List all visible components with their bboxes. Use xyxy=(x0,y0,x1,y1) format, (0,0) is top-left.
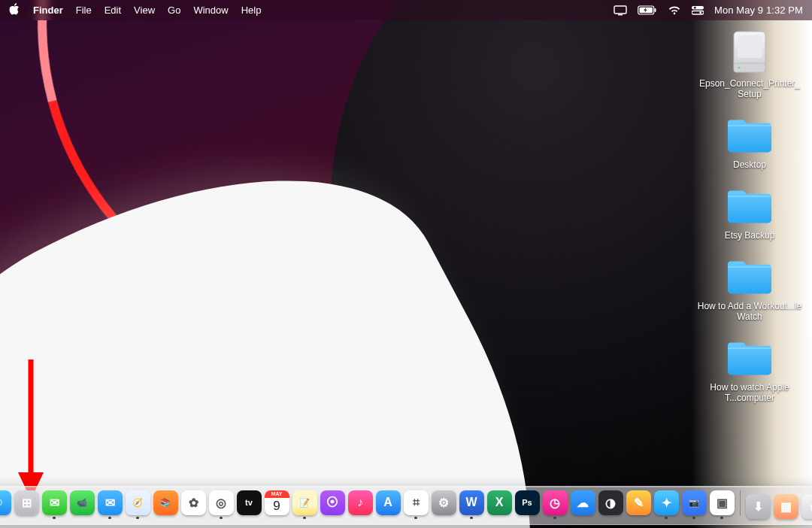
desktop-item-2[interactable]: Etsy Backup xyxy=(693,184,806,241)
menubar-item-edit[interactable]: Edit xyxy=(105,5,121,16)
dock-app-calendar[interactable]: MAY 9 xyxy=(265,490,289,520)
excel-icon: X xyxy=(495,496,504,509)
trash-icon: 🗑 xyxy=(810,502,813,511)
dock-app-mail[interactable]: ✉ xyxy=(98,490,123,520)
dock-app-notes[interactable]: 📝 xyxy=(292,490,317,520)
battery-icon[interactable] xyxy=(638,5,657,15)
dock-app-photoshop[interactable]: Ps xyxy=(515,490,540,520)
dock-app-music[interactable]: ♪ xyxy=(348,490,373,520)
desktop-item-1[interactable]: Desktop xyxy=(693,113,806,170)
svg-rect-0 xyxy=(614,6,626,14)
folder-icon xyxy=(723,335,776,379)
chrome-icon: ◎ xyxy=(216,496,226,510)
dock-app-onedrive[interactable]: ☁ xyxy=(571,490,595,520)
dock-app-appstore[interactable]: A xyxy=(376,490,401,520)
dock-app-downloads[interactable]: ⬇ xyxy=(746,494,771,519)
menubar-item-file[interactable]: File xyxy=(76,5,92,16)
dock-app-photos[interactable]: ✿ xyxy=(181,490,206,520)
dock-app-safari[interactable]: 🧭 xyxy=(126,490,150,520)
dock-app-launchpad[interactable]: ⊞ xyxy=(14,490,39,520)
dock-app-finder-window[interactable]: ▣ xyxy=(710,490,735,520)
svg-rect-3 xyxy=(654,8,656,12)
desktop-stack-icon: ▦ xyxy=(780,499,792,514)
running-indicator xyxy=(692,517,695,520)
dock-app-timeular[interactable]: ◷ xyxy=(543,490,568,520)
messages-icon: ✉ xyxy=(50,496,59,510)
control-center-icon[interactable] xyxy=(692,5,704,15)
desktop-item-label: Desktop xyxy=(733,159,766,170)
menubar-clock[interactable]: Mon May 9 1:32 PM xyxy=(714,5,803,16)
dock-app-messages[interactable]: ✉ xyxy=(42,490,67,520)
dock-app-word[interactable]: W xyxy=(459,490,484,520)
downloads-icon: ⬇ xyxy=(753,499,763,514)
running-indicator xyxy=(414,517,417,520)
svg-rect-6 xyxy=(692,11,704,15)
svg-point-7 xyxy=(694,7,696,9)
photoshop-icon: Ps xyxy=(522,498,532,507)
running-indicator xyxy=(665,517,668,520)
pixelmator-icon: ✎ xyxy=(634,496,644,510)
menubar-item-view[interactable]: View xyxy=(134,5,155,16)
annotation-arrow xyxy=(14,360,48,499)
apple-logo-icon xyxy=(9,3,20,15)
dock-app-safari-tp[interactable]: ✦ xyxy=(654,490,679,520)
dock-app-trash[interactable]: 🗑 xyxy=(801,494,813,519)
running-indicator xyxy=(108,517,111,520)
wallpaper xyxy=(0,0,812,528)
apple-menu[interactable] xyxy=(9,3,20,17)
dock-app-pixelmator[interactable]: ✎ xyxy=(626,490,651,520)
running-indicator xyxy=(470,517,473,520)
books-icon: 📚 xyxy=(160,498,171,508)
desktop-item-0[interactable]: Epson_Connect_Printer_Setup xyxy=(693,32,806,99)
dock-app-podcasts[interactable]: ⦿ xyxy=(320,490,345,520)
dock-app-finder[interactable]: ☺ xyxy=(0,490,11,520)
dock-app-sysprefs[interactable]: ⚙ xyxy=(432,490,456,520)
desktop-item-label: Epson_Connect_Printer_Setup xyxy=(697,78,802,99)
dock: ☺ ⊞ ✉ 📹 ✉ 🧭 📚 ✿ ◎ tv MAY 9 📝 ⦿ ♪ A ⌗ ⚙ W… xyxy=(0,486,812,526)
wifi-icon[interactable] xyxy=(668,5,681,15)
menu-bar: Finder File Edit View Go Window Help Mon… xyxy=(0,0,812,20)
desktop-item-label: How to watch Apple T...computer xyxy=(697,382,802,403)
desktop-item-label: Etsy Backup xyxy=(725,230,775,241)
dock-separator xyxy=(740,490,741,516)
desktop-item-4[interactable]: How to watch Apple T...computer xyxy=(693,335,806,403)
dock-app-appletv[interactable]: tv xyxy=(237,490,262,520)
finder-icon: ☺ xyxy=(0,496,5,509)
facetime-icon: 📹 xyxy=(77,498,87,508)
dock-app-excel[interactable]: X xyxy=(487,490,512,520)
appstore-icon: A xyxy=(383,496,392,509)
desktop-icons-area: Epson_Connect_Printer_Setup Desktop Etsy… xyxy=(693,32,806,403)
mail-icon: ✉ xyxy=(105,496,115,510)
macos-desktop: Finder File Edit View Go Window Help Mon… xyxy=(0,0,812,528)
finder-window-icon: ▣ xyxy=(717,496,728,510)
dock-app-books[interactable]: 📚 xyxy=(153,490,178,520)
menubar-app-name[interactable]: Finder xyxy=(33,5,63,16)
running-indicator xyxy=(53,517,56,520)
music-icon: ♪ xyxy=(357,496,363,509)
notes-icon: 📝 xyxy=(299,498,310,508)
running-indicator xyxy=(553,517,556,520)
launchpad-icon: ⊞ xyxy=(22,496,32,510)
menubar-item-go[interactable]: Go xyxy=(168,5,180,16)
display-mirror-icon[interactable] xyxy=(614,5,627,16)
desktop-item-label: How to Add a Workout...le Watch xyxy=(697,301,802,322)
folder-icon xyxy=(723,113,776,156)
running-indicator xyxy=(136,517,139,520)
zoom-icon: 📷 xyxy=(689,498,699,508)
dock-app-slack[interactable]: ⌗ xyxy=(404,490,429,520)
menubar-item-help[interactable]: Help xyxy=(241,5,262,16)
dock-app-facetime[interactable]: 📹 xyxy=(70,490,95,520)
dock-app-davinci[interactable]: ◑ xyxy=(598,490,623,520)
svg-rect-1 xyxy=(618,14,623,15)
dock-app-chrome[interactable]: ◎ xyxy=(209,490,234,520)
svg-rect-5 xyxy=(692,6,704,10)
menubar-item-window[interactable]: Window xyxy=(193,5,228,16)
dock-app-desktop-stack[interactable]: ▦ xyxy=(774,494,798,519)
desktop-item-3[interactable]: How to Add a Workout...le Watch xyxy=(693,254,806,322)
dock-app-zoom[interactable]: 📷 xyxy=(682,490,707,520)
svg-point-8 xyxy=(699,11,701,14)
running-indicator xyxy=(303,517,306,520)
sysprefs-icon: ⚙ xyxy=(438,496,449,510)
running-indicator xyxy=(220,517,223,520)
onedrive-icon: ☁ xyxy=(577,496,589,510)
